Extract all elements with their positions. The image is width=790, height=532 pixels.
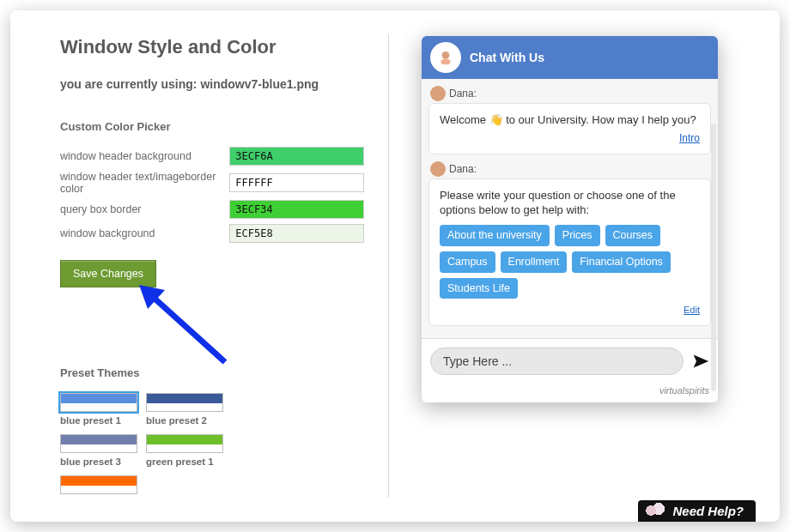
preset-swatch[interactable] (146, 393, 223, 412)
avatar-small-icon (430, 86, 446, 101)
preset-label: green preset 1 (146, 456, 223, 467)
chat-chip[interactable]: Students Life (440, 278, 518, 299)
picker-section-title: Custom Color Picker (60, 120, 364, 133)
chat-input[interactable]: Type Here ... (430, 348, 684, 375)
chat-bubble: Welcome 👋 to our University. How may I h… (428, 103, 711, 154)
edit-link[interactable]: Edit (684, 304, 700, 317)
picker-label: window header background (60, 150, 229, 162)
brand-label: virtualspirits (422, 384, 718, 402)
chat-title: Chat With Us (470, 51, 544, 64)
color-swatch[interactable]: FFFFFF (229, 173, 364, 192)
save-button[interactable]: Save Changes (60, 260, 156, 287)
chat-chip[interactable]: About the university (440, 225, 550, 246)
need-help-button[interactable]: Need Help? (638, 500, 756, 522)
preset-label: blue preset 1 (60, 415, 137, 426)
chat-bubble: Please write your question or choose one… (428, 178, 711, 327)
chat-chip[interactable]: Campus (440, 251, 495, 273)
preset-label: blue preset 3 (60, 456, 137, 467)
avatar (430, 42, 461, 73)
intro-link[interactable]: Intro (679, 131, 700, 145)
svg-marker-1 (139, 285, 165, 309)
avatar-small-icon (430, 161, 446, 177)
preset-label: blue preset 2 (146, 415, 223, 426)
presets-section-title: Preset Themes (60, 366, 364, 379)
chat-chip[interactable]: Enrollment (501, 251, 568, 273)
picker-label: window background (60, 227, 229, 239)
preset-swatch[interactable] (60, 434, 137, 453)
chat-header: Chat With Us (422, 36, 718, 79)
preset-swatch[interactable] (60, 475, 137, 494)
agent-name: Dana: (449, 88, 477, 100)
picker-label: query box border (60, 203, 229, 215)
send-icon[interactable] (692, 353, 709, 370)
color-swatch[interactable]: 3ECF34 (229, 200, 364, 219)
chat-chip[interactable]: Prices (555, 225, 600, 246)
preset-swatch[interactable] (60, 393, 137, 412)
preset-swatch[interactable] (146, 434, 223, 453)
page-title: Window Style and Color (60, 36, 364, 58)
chat-chip[interactable]: Financial Options (572, 251, 671, 273)
agent-name: Dana: (449, 163, 477, 175)
picker-label: window header text/imageborder color (60, 171, 229, 195)
chat-preview: Chat With Us Dana: Welcome 👋 to our Univ… (422, 36, 718, 402)
current-file: you are currently using: windowv7-blue1.… (60, 77, 364, 91)
color-swatch[interactable]: 3ECF6A (229, 147, 364, 166)
svg-line-0 (153, 297, 225, 362)
pointer-arrow-icon (139, 285, 234, 371)
scrollbar[interactable] (711, 124, 716, 391)
color-swatch[interactable]: ECF5E8 (229, 224, 364, 243)
chat-chip[interactable]: Courses (605, 225, 661, 246)
